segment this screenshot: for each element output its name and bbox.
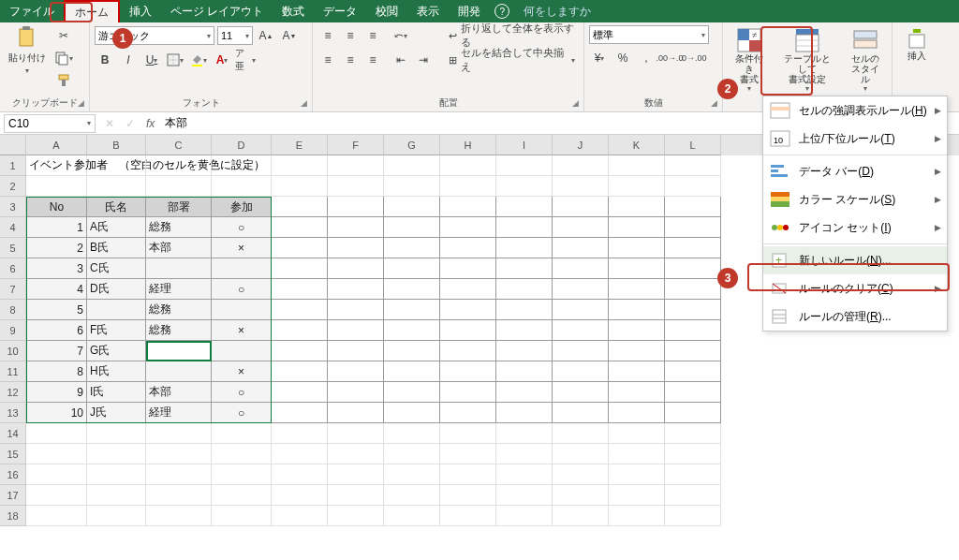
cell[interactable] (87, 423, 146, 444)
cell[interactable] (212, 485, 272, 506)
cell[interactable] (272, 279, 328, 300)
cell[interactable] (328, 197, 384, 217)
align-center-button[interactable]: ≡ (340, 50, 361, 70)
cell[interactable] (384, 423, 440, 444)
cell[interactable] (328, 464, 384, 485)
cell[interactable] (87, 506, 146, 526)
cell[interactable] (609, 197, 665, 217)
cell[interactable] (26, 444, 87, 464)
cell[interactable]: 参加 (212, 197, 272, 217)
col-header-E[interactable]: E (272, 135, 328, 155)
cell[interactable] (440, 238, 496, 258)
grow-font-button[interactable]: A▲ (256, 25, 276, 46)
cell[interactable] (272, 361, 328, 382)
cell[interactable] (496, 258, 553, 279)
shrink-font-button[interactable]: A▼ (279, 25, 300, 46)
cell[interactable] (496, 238, 553, 258)
cell[interactable]: × (212, 320, 272, 341)
cell[interactable] (496, 341, 553, 361)
cell[interactable] (496, 279, 553, 300)
cell[interactable] (609, 341, 665, 361)
cell[interactable] (212, 444, 272, 464)
cell[interactable] (609, 320, 665, 341)
cell[interactable]: 4 (26, 279, 87, 300)
cell[interactable] (272, 341, 328, 361)
cell[interactable]: ○ (212, 217, 272, 238)
cell[interactable] (609, 279, 665, 300)
cell[interactable] (440, 382, 496, 403)
cell-styles-button[interactable]: セルの スタイル▾ (844, 25, 887, 95)
cell[interactable] (26, 464, 87, 485)
tab-home[interactable]: ホーム (64, 0, 120, 23)
align-middle-button[interactable]: ≡ (340, 25, 361, 46)
cell[interactable] (328, 300, 384, 320)
cell[interactable] (328, 176, 384, 197)
cell[interactable] (384, 197, 440, 217)
cell[interactable]: G氏 (87, 341, 146, 361)
font-launcher[interactable]: ◢ (297, 96, 310, 110)
cell[interactable] (146, 155, 212, 176)
tab-insert[interactable]: 挿入 (120, 1, 161, 22)
phonetic-button[interactable]: ア亜▾ (235, 50, 256, 70)
cell[interactable] (496, 361, 553, 382)
cell[interactable]: 9 (26, 382, 87, 403)
cell[interactable]: J氏 (87, 403, 146, 423)
cell[interactable] (553, 300, 609, 320)
cell[interactable] (553, 464, 609, 485)
percent-button[interactable]: % (612, 48, 633, 68)
cell[interactable] (212, 341, 272, 361)
cell[interactable] (665, 464, 721, 485)
cell[interactable] (496, 300, 553, 320)
cell[interactable] (496, 176, 553, 197)
cell[interactable] (440, 485, 496, 506)
row-header-16[interactable]: 16 (0, 464, 26, 485)
cell[interactable] (328, 423, 384, 444)
col-header-C[interactable]: C (146, 135, 212, 155)
bold-button[interactable]: B (95, 50, 115, 70)
col-header-A[interactable]: A (26, 135, 87, 155)
cell[interactable] (440, 464, 496, 485)
comma-button[interactable]: ， (636, 48, 657, 68)
cell[interactable]: A氏 (87, 217, 146, 238)
row-header-11[interactable]: 11 (0, 361, 26, 382)
menu-top-bottom-rules[interactable]: 10 上位/下位ルール(T) (763, 125, 947, 153)
cell[interactable] (146, 176, 212, 197)
cell[interactable] (212, 155, 272, 176)
cell[interactable] (146, 258, 212, 279)
menu-data-bars[interactable]: データ バー(D) (763, 157, 947, 185)
cell[interactable] (384, 506, 440, 526)
cell[interactable] (440, 361, 496, 382)
tab-data[interactable]: データ (314, 1, 366, 22)
cell[interactable] (328, 279, 384, 300)
cell[interactable] (553, 176, 609, 197)
cell[interactable] (146, 361, 212, 382)
cell[interactable] (26, 506, 87, 526)
fx-button[interactable]: fx (140, 117, 160, 130)
col-header-B[interactable]: B (87, 135, 146, 155)
cell[interactable] (272, 444, 328, 464)
fill-color-button[interactable]: ▾ (188, 50, 209, 70)
cell[interactable] (146, 464, 212, 485)
format-as-table-button[interactable]: テーブルとして 書式設定▾ (775, 25, 841, 95)
cell[interactable] (384, 176, 440, 197)
cell[interactable] (609, 155, 665, 176)
cell[interactable] (496, 444, 553, 464)
cell[interactable]: 部署 (146, 197, 212, 217)
cell[interactable] (665, 423, 721, 444)
cell[interactable] (553, 361, 609, 382)
cell[interactable] (440, 279, 496, 300)
cell[interactable]: No (26, 197, 87, 217)
cell[interactable] (609, 464, 665, 485)
cell[interactable]: ○ (212, 382, 272, 403)
cell[interactable] (665, 176, 721, 197)
cell[interactable] (665, 403, 721, 423)
align-bottom-button[interactable]: ≡ (362, 25, 383, 46)
cell[interactable] (272, 217, 328, 238)
row-header-1[interactable]: 1 (0, 155, 26, 176)
menu-manage-rules[interactable]: ルールの管理(R)... (763, 302, 947, 331)
cell[interactable] (87, 300, 146, 320)
cell[interactable] (328, 238, 384, 258)
cell[interactable] (440, 176, 496, 197)
cell[interactable] (146, 485, 212, 506)
menu-highlight-rules[interactable]: セルの強調表示ルール(H) (763, 96, 947, 125)
